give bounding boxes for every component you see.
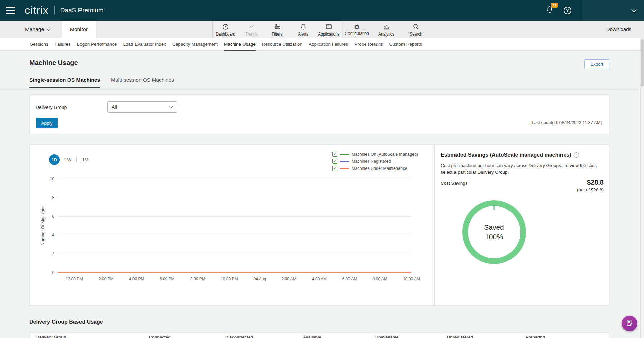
subnav-probe-results[interactable]: Probe Results xyxy=(355,38,383,51)
downloads-link[interactable]: Downloads xyxy=(606,21,631,38)
gear-icon: ⚙ xyxy=(354,24,360,30)
legend-label: Machines Under Maintenance xyxy=(352,166,407,171)
cost-savings-label: Cost Savings xyxy=(441,181,468,186)
y-axis-title: Number Of Machines xyxy=(41,179,45,272)
subnav-failures[interactable]: Failures xyxy=(55,38,71,51)
toolbar-dashboard[interactable]: Dashboard xyxy=(213,21,238,38)
manage-menu[interactable]: Manage xyxy=(25,21,51,38)
legend-line-salmon xyxy=(340,168,349,169)
donut-100-percent-marker xyxy=(494,205,495,210)
toolbar-configuration[interactable]: ⚙ Configuration xyxy=(342,21,372,38)
checkbox-checked-icon[interactable]: ✓ xyxy=(332,152,337,157)
checkbox-checked-icon[interactable]: ✓ xyxy=(332,159,337,164)
range-1d-button[interactable]: 1D xyxy=(49,154,60,165)
y-tick: 0 xyxy=(44,270,54,275)
monitor-tab[interactable]: Monitor xyxy=(62,21,96,38)
panel-divider xyxy=(434,145,435,305)
help-button[interactable]: ? xyxy=(564,7,571,14)
range-1w-button[interactable]: 1W xyxy=(60,157,76,162)
toolbar-label: Search xyxy=(410,32,422,37)
column-connected[interactable]: Connected xyxy=(149,335,171,338)
manage-label: Manage xyxy=(25,26,44,32)
x-tick: 8:00 PM xyxy=(190,277,205,281)
x-tick: 4:00 AM xyxy=(312,277,327,281)
column-unregistered[interactable]: Unregistered xyxy=(447,335,473,338)
toolbar-label: Trends xyxy=(245,32,258,37)
chevron-down-icon xyxy=(47,26,51,32)
dashboard-icon xyxy=(222,23,229,31)
delivery-group-select[interactable]: All xyxy=(107,101,177,113)
feedback-fab-button[interactable] xyxy=(622,316,637,331)
legend-line-green xyxy=(340,154,349,155)
apply-button[interactable]: Apply xyxy=(36,118,58,128)
column-available[interactable]: Available xyxy=(303,335,321,338)
cost-savings-outof: (out of $28.8) xyxy=(441,187,604,192)
column-disconnected[interactable]: Disconnected xyxy=(225,335,253,338)
range-1m-button[interactable]: 1M xyxy=(77,157,93,162)
legend-line-indigo xyxy=(340,161,349,162)
page-scrollbar[interactable] xyxy=(640,38,644,338)
brand-separator xyxy=(54,6,55,15)
sort-icon[interactable]: ↕ xyxy=(68,335,70,338)
subnav-sessions[interactable]: Sessions xyxy=(30,38,48,51)
analytics-icon xyxy=(383,23,390,31)
legend-label: Machines Registered xyxy=(352,159,391,164)
chart-legend: ✓ Machines On (AutoScale managed) ✓ Mach… xyxy=(332,151,418,171)
notification-count-badge: 11 xyxy=(551,3,558,8)
scrollbar-thumb[interactable] xyxy=(641,39,644,87)
toolbar-label: Configuration xyxy=(345,31,369,36)
delivery-group-selected-value: All xyxy=(112,104,117,110)
toolbar-search[interactable]: Search xyxy=(401,21,431,38)
toolbar-analytics[interactable]: Analytics xyxy=(372,21,401,38)
y-tick: 2 xyxy=(44,252,54,256)
tab-multi-session[interactable]: Multi-session OS Machines xyxy=(111,77,174,88)
x-tick: 8:00 AM xyxy=(373,277,387,281)
subnav-logon-performance[interactable]: Logon Performance xyxy=(77,38,117,51)
x-tick: 10:00 PM xyxy=(221,277,238,281)
gridline xyxy=(58,235,411,235)
toolbar-label: Dashboard xyxy=(216,32,235,37)
legend-machines-on[interactable]: ✓ Machines On (AutoScale managed) xyxy=(332,151,418,157)
series-line-at-zero xyxy=(58,272,411,273)
chevron-down-icon xyxy=(169,104,173,110)
monitor-subnav: Sessions Failures Logon Performance Load… xyxy=(0,38,644,51)
y-tick: 4 xyxy=(44,233,54,238)
toolbar-label: Filters xyxy=(272,32,283,37)
savings-donut-chart: Saved 100% xyxy=(462,200,526,264)
legend-machines-maintenance[interactable]: ✓ Machines Under Maintenance xyxy=(332,165,418,171)
toolbar-alerts[interactable]: Alerts xyxy=(290,21,316,38)
toolbar-icons: Dashboard Trends Filters Alerts xyxy=(212,21,431,38)
product-name: DaaS Premium xyxy=(60,7,104,14)
toolbar-label: Alerts xyxy=(298,32,308,37)
info-icon[interactable]: i xyxy=(574,152,579,158)
line-chart-plot-area: 10 8 6 4 2 0 12:00 PM 2:00 PM 4:00 PM 6:… xyxy=(58,179,411,273)
filters-icon xyxy=(274,23,281,31)
toolbar-applications[interactable]: Applications xyxy=(316,21,342,38)
subnav-application-failures[interactable]: Application Failures xyxy=(309,38,348,51)
export-button[interactable]: Export xyxy=(584,59,609,69)
column-delivery-group[interactable]: Delivery Group↕ xyxy=(36,335,70,338)
tab-single-session[interactable]: Single-session OS Machines xyxy=(29,77,100,88)
column-unavailable[interactable]: Unavailable xyxy=(375,335,398,338)
toolbar-label: Analytics xyxy=(378,32,394,37)
subnav-resource-utilization[interactable]: Resource Utilization xyxy=(262,38,302,51)
gridline xyxy=(58,198,411,198)
gridline xyxy=(58,179,411,179)
checkbox-checked-icon[interactable]: ✓ xyxy=(332,166,337,171)
toolbar-filters[interactable]: Filters xyxy=(264,21,290,38)
column-preparing[interactable]: Preparing xyxy=(526,335,545,338)
subnav-capacity-management[interactable]: Capacity Management xyxy=(172,38,218,51)
subnav-load-evaluator-index[interactable]: Load Evaluator Index xyxy=(123,38,166,51)
alerts-bell-icon xyxy=(300,23,307,31)
hamburger-menu-icon[interactable] xyxy=(0,0,21,21)
subnav-machine-usage[interactable]: Machine Usage xyxy=(224,38,256,51)
x-tick: 10:00 AM xyxy=(403,277,420,281)
filter-card: Delivery Group All Apply [Last updated: … xyxy=(29,94,609,134)
y-tick: 10 xyxy=(44,177,54,181)
time-range-selector: 1D 1W 1M xyxy=(49,154,93,165)
legend-machines-registered[interactable]: ✓ Machines Registered xyxy=(332,158,418,164)
notifications-button[interactable]: 11 xyxy=(546,6,553,15)
menu-bar: Manage Monitor Dashboard Trends xyxy=(0,21,644,38)
subnav-custom-reports[interactable]: Custom Reports xyxy=(389,38,422,51)
user-menu[interactable] xyxy=(582,0,644,21)
